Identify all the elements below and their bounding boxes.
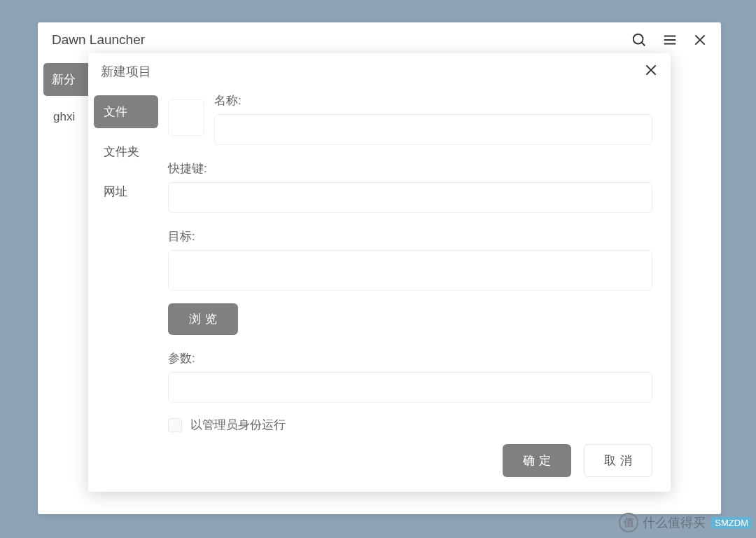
- svg-point-0: [634, 34, 643, 44]
- title-icons: [631, 32, 707, 48]
- search-icon[interactable]: [631, 32, 647, 48]
- shortcut-label: 快捷键:: [168, 160, 652, 177]
- target-label: 目标:: [168, 228, 652, 244]
- name-input[interactable]: [214, 114, 652, 145]
- watermark-text: 什么值得买: [643, 514, 706, 531]
- form-area: 名称: 快捷键: 目标: 浏览 参数: 以管理员身份运行: [164, 91, 671, 433]
- name-label: 名称:: [214, 92, 652, 109]
- shortcut-input[interactable]: [168, 182, 652, 213]
- dialog-title: 新建项目: [101, 63, 644, 80]
- browse-button[interactable]: 浏览: [168, 303, 238, 335]
- ok-button[interactable]: 确定: [503, 444, 571, 477]
- close-icon[interactable]: [693, 33, 707, 47]
- watermark-tag: SMZDM: [711, 517, 752, 529]
- params-label: 参数:: [168, 350, 652, 366]
- watermark-badge: 值: [619, 513, 638, 532]
- dialog-footer: 确定 取消: [88, 433, 671, 492]
- tab-file[interactable]: 文件: [94, 95, 158, 128]
- dialog-body: 文件 文件夹 网址 名称: 快捷键: 目标: 浏览 参数:: [88, 85, 671, 433]
- app-title: Dawn Launcher: [52, 32, 631, 48]
- icon-preview-box[interactable]: [168, 99, 204, 136]
- run-as-admin-checkbox[interactable]: [168, 418, 182, 432]
- target-input[interactable]: [168, 250, 652, 291]
- dialog-close-icon[interactable]: [644, 63, 658, 80]
- dialog-header: 新建项目: [88, 53, 671, 85]
- run-as-admin-row[interactable]: 以管理员身份运行: [168, 417, 652, 433]
- title-bar: Dawn Launcher: [38, 22, 721, 57]
- dialog-sidebar: 文件 文件夹 网址: [88, 91, 164, 433]
- tab-url[interactable]: 网址: [94, 175, 158, 208]
- svg-line-1: [642, 43, 645, 46]
- run-as-admin-label: 以管理员身份运行: [190, 417, 286, 433]
- watermark: 值 什么值得买 SMZDM: [619, 513, 752, 532]
- tab-folder[interactable]: 文件夹: [94, 135, 158, 168]
- menu-icon[interactable]: [662, 32, 678, 48]
- params-input[interactable]: [168, 372, 652, 403]
- cancel-button[interactable]: 取消: [584, 444, 652, 477]
- new-item-dialog: 新建项目 文件 文件夹 网址 名称: 快捷键: 目标:: [88, 53, 671, 492]
